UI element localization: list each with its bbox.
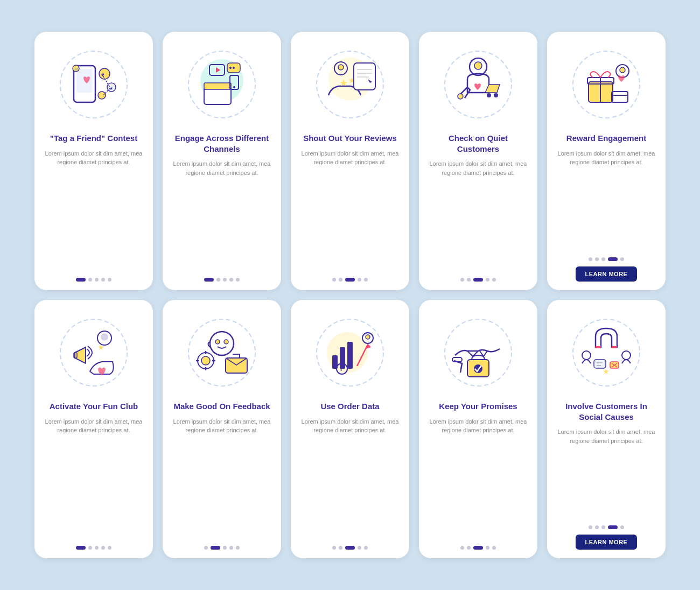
card-dots-reward-engagement: [589, 257, 624, 261]
card-title-make-good-feedback: Make Good On Feedback: [173, 401, 270, 412]
card-body-engage-channels: Lorem ipsum dolor sit dim amet, mea regi…: [172, 159, 271, 271]
svg-point-80: [582, 351, 591, 360]
card-dots-engage-channels: [204, 278, 240, 282]
svg-point-53: [188, 319, 255, 386]
dot: [358, 278, 361, 282]
dot: [223, 546, 227, 550]
dot: [364, 278, 368, 282]
dot: [620, 525, 624, 529]
card-icon-keep-promises: [435, 310, 521, 396]
card-title-keep-promises: Keep Your Promises: [439, 401, 517, 412]
dot: [589, 257, 592, 261]
svg-point-37: [487, 93, 491, 97]
card-dots-use-order-data: [332, 546, 368, 550]
svg-text:★: ★: [339, 78, 348, 88]
svg-line-11: [103, 88, 110, 95]
dot: [608, 257, 618, 261]
svg-point-0: [60, 51, 127, 118]
dot: [345, 546, 355, 550]
svg-text:♥: ♥: [101, 72, 104, 78]
dot: [339, 278, 342, 282]
card-icon-shout-reviews: ★ ★: [307, 41, 393, 128]
svg-text:🛒: 🛒: [74, 67, 79, 72]
dot: [601, 257, 605, 261]
card-body-reward-engagement: Lorem ipsum dolor sit dim amet, mea regi…: [557, 149, 656, 251]
dot: [486, 546, 489, 550]
dot: [204, 546, 208, 550]
card-use-order-data: i Use Order Data Lorem ipsum dolor sit d…: [291, 300, 409, 558]
card-title-fun-club: Activate Your Fun Club: [50, 401, 138, 412]
card-dots-fun-club: [76, 546, 111, 550]
dot: [88, 546, 92, 550]
learn-more-button-social[interactable]: LEARN MORE: [576, 535, 638, 550]
card-body-make-good-feedback: Lorem ipsum dolor sit dim amet, mea regi…: [172, 417, 271, 540]
dot: [211, 546, 220, 550]
dot: [358, 546, 361, 550]
dot: [486, 278, 489, 282]
svg-point-9: [98, 92, 106, 99]
card-icon-tag-friend: 🛒 ♥ ★: [51, 41, 137, 128]
card-title-quiet-customers: Check on Quiet Customers: [429, 133, 528, 154]
card-icon-engage-channels: [179, 41, 265, 128]
dot: [339, 546, 342, 550]
card-body-social-causes: Lorem ipsum dolor sit dim amet, mea regi…: [557, 427, 656, 519]
dot: [460, 546, 464, 550]
svg-point-39: [458, 94, 463, 99]
dot: [345, 278, 355, 282]
card-dots-tag-friend: [76, 278, 111, 282]
card-make-good-feedback: Make Good On Feedback Lorem ipsum dolor …: [163, 300, 281, 558]
dot: [467, 278, 471, 282]
card-dots-quiet-customers: [460, 278, 496, 282]
card-icon-make-good-feedback: [179, 310, 265, 396]
dot: [460, 278, 464, 282]
dot: [76, 546, 86, 550]
card-body-use-order-data: Lorem ipsum dolor sit dim amet, mea regi…: [300, 417, 400, 540]
svg-point-26: [338, 65, 344, 70]
dot: [620, 257, 624, 261]
dot: [229, 546, 233, 550]
card-grid: 🛒 ♥ ★ "Tag a Friend" Contest Lorem ipsum…: [19, 17, 681, 573]
dot: [473, 546, 483, 550]
svg-point-19: [229, 67, 232, 69]
dot: [236, 278, 240, 282]
card-body-fun-club: Lorem ipsum dolor sit dim amet, mea regi…: [44, 417, 143, 540]
svg-point-72: [366, 335, 370, 339]
card-body-tag-friend: Lorem ipsum dolor sit dim amet, mea regi…: [44, 149, 143, 272]
svg-point-38: [494, 93, 498, 97]
svg-point-58: [201, 356, 210, 365]
card-dots-make-good-feedback: [204, 546, 240, 550]
card-fun-club: ★ Activate Your Fun Club Lorem ipsum dol…: [34, 300, 153, 558]
card-title-reward-engagement: Reward Engagement: [566, 133, 646, 144]
card-keep-promises: Keep Your Promises Lorem ipsum dolor sit…: [419, 300, 537, 558]
svg-point-5: [99, 68, 110, 79]
dot: [223, 278, 227, 282]
card-title-use-order-data: Use Order Data: [320, 401, 379, 412]
dot: [492, 546, 496, 550]
card-social-causes: ★ Involve Customers In Social Causes Lor…: [547, 300, 666, 558]
svg-text:★: ★: [97, 343, 104, 352]
svg-point-22: [233, 86, 235, 88]
svg-point-20: [233, 67, 235, 69]
svg-rect-15: [204, 83, 231, 89]
svg-rect-44: [612, 92, 628, 102]
dot: [595, 257, 599, 261]
dot: [364, 546, 368, 550]
dot: [229, 278, 233, 282]
dot: [492, 278, 496, 282]
dot: [95, 546, 99, 550]
svg-point-56: [224, 340, 228, 344]
dot: [467, 546, 471, 550]
svg-rect-83: [594, 360, 606, 368]
svg-point-55: [215, 340, 220, 344]
card-body-quiet-customers: Lorem ipsum dolor sit dim amet, mea regi…: [429, 159, 528, 271]
svg-point-48: [60, 319, 127, 386]
svg-point-54: [210, 332, 234, 355]
card-icon-reward-engagement: [563, 41, 649, 128]
card-engage-channels: Engage Across Different Channels Lorem i…: [163, 32, 281, 290]
learn-more-button-reward[interactable]: LEARN MORE: [576, 266, 638, 282]
dot: [332, 546, 336, 550]
card-dots-social-causes: [589, 525, 624, 529]
dot: [216, 278, 220, 282]
card-title-social-causes: Involve Customers In Social Causes: [557, 401, 656, 422]
card-dots-shout-reviews: [332, 278, 368, 282]
